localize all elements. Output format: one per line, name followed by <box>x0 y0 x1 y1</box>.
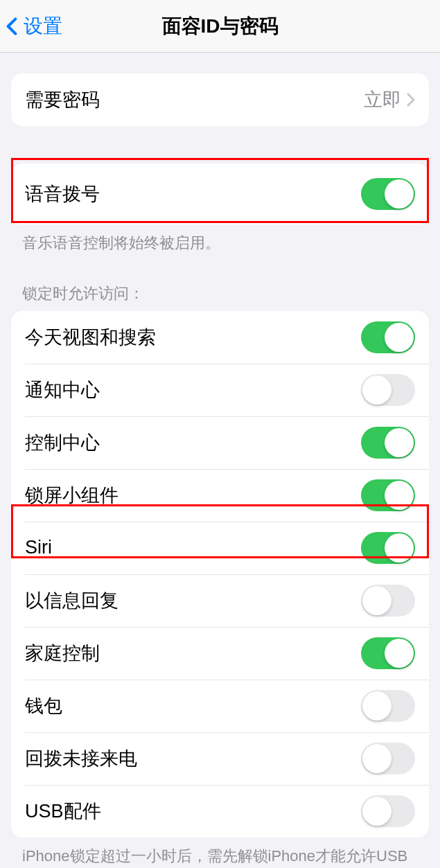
group-voice-dial: 语音拨号 <box>11 163 429 224</box>
group-allow-access: 今天视图和搜索通知中心控制中心锁屏小组件Siri以信息回复家庭控制钱包回拨未接来… <box>11 311 429 838</box>
notification-center-toggle[interactable] <box>361 374 415 406</box>
usb-accessories-label: USB配件 <box>25 799 361 824</box>
back-label: 设置 <box>24 13 62 39</box>
allow-access-header: 锁定时允许访问： <box>0 264 440 304</box>
control-center-toggle[interactable] <box>361 427 415 459</box>
today-toggle[interactable] <box>361 321 415 353</box>
row-notification-center: 通知中心 <box>11 364 429 416</box>
siri-toggle[interactable] <box>361 532 415 564</box>
return-missed-toggle[interactable] <box>361 743 415 774</box>
usb-footer: iPhone锁定超过一小时后，需先解锁iPhone才能允许USB配件连接。 <box>0 838 440 868</box>
row-today: 今天视图和搜索 <box>11 311 429 364</box>
reply-messages-toggle[interactable] <box>361 585 415 617</box>
voice-dial-footer: 音乐语音控制将始终被启用。 <box>0 224 440 254</box>
page-title: 面容ID与密码 <box>0 13 440 39</box>
wallet-toggle[interactable] <box>361 690 415 722</box>
today-label: 今天视图和搜索 <box>25 325 361 350</box>
row-wallet: 钱包 <box>11 680 429 732</box>
row-voice-dial: 语音拨号 <box>11 163 429 224</box>
voice-dial-label: 语音拨号 <box>25 181 361 206</box>
require-passcode-value: 立即 <box>364 87 401 112</box>
nav-bar: 设置 面容ID与密码 <box>0 0 440 53</box>
reply-messages-label: 以信息回复 <box>25 588 361 613</box>
wallet-label: 钱包 <box>25 693 361 718</box>
home-control-label: 家庭控制 <box>25 641 361 666</box>
lock-screen-widgets-toggle[interactable] <box>361 479 415 511</box>
siri-label: Siri <box>25 537 361 558</box>
row-usb-accessories: USB配件 <box>11 785 429 838</box>
row-require-passcode[interactable]: 需要密码 立即 <box>11 73 429 126</box>
row-siri: Siri <box>11 522 429 574</box>
back-button[interactable]: 设置 <box>4 13 62 39</box>
usb-accessories-toggle[interactable] <box>361 795 415 827</box>
row-home-control: 家庭控制 <box>11 627 429 680</box>
chevron-left-icon <box>4 14 19 39</box>
row-control-center: 控制中心 <box>11 416 429 469</box>
home-control-toggle[interactable] <box>361 637 415 669</box>
voice-dial-toggle[interactable] <box>361 178 415 210</box>
row-reply-messages: 以信息回复 <box>11 574 429 627</box>
notification-center-label: 通知中心 <box>25 378 361 402</box>
row-return-missed: 回拨未接来电 <box>11 732 429 785</box>
row-lock-screen-widgets: 锁屏小组件 <box>11 469 429 522</box>
lock-screen-widgets-label: 锁屏小组件 <box>25 483 361 508</box>
require-passcode-label: 需要密码 <box>25 87 364 112</box>
chevron-right-icon <box>407 93 415 107</box>
control-center-label: 控制中心 <box>25 430 361 455</box>
group-require-passcode: 需要密码 立即 <box>11 73 429 126</box>
return-missed-label: 回拨未接来电 <box>25 746 361 771</box>
